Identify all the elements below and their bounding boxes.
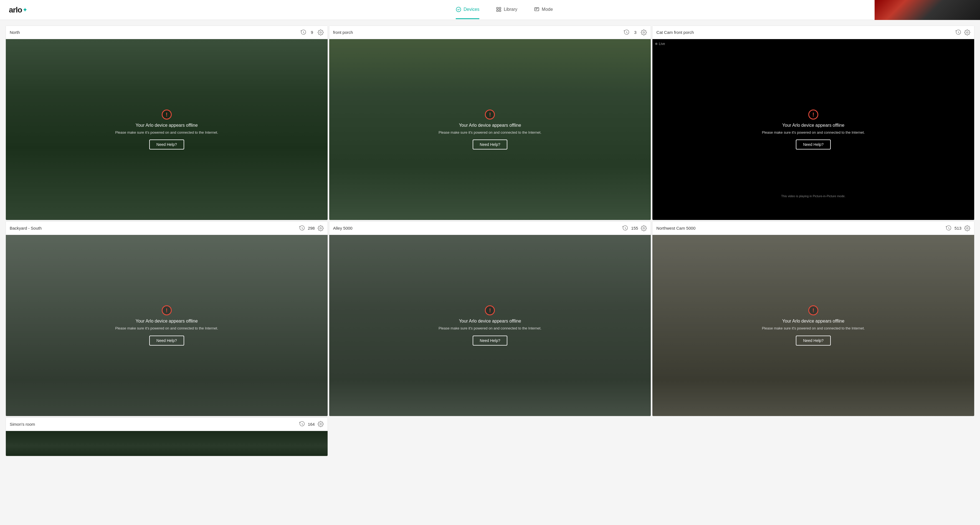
camera-feed-north[interactable]: !Your Arlo device appears offlinePlease … xyxy=(6,39,328,220)
main-content: North9!Your Arlo device appears offlineP… xyxy=(0,20,980,462)
camera-grid: North9!Your Arlo device appears offlineP… xyxy=(6,25,974,416)
nav-mode[interactable]: Mode xyxy=(534,0,553,19)
camera-feed-cat-cam[interactable]: Live!Your Arlo device appears offlinePle… xyxy=(652,39,974,220)
camera-actions-north: 9 xyxy=(301,29,324,35)
camera-header-north: North9 xyxy=(6,26,328,39)
offline-subtitle-north: Please make sure it's powered on and con… xyxy=(115,130,218,135)
nav-library-label: Library xyxy=(504,7,517,12)
camera-feed-northwest-5000[interactable]: !Your Arlo device appears offlinePlease … xyxy=(652,235,974,416)
camera-settings-btn-simons-room[interactable] xyxy=(318,421,324,427)
nav-items: Devices Library Mode xyxy=(44,0,964,19)
nav-library[interactable]: Library xyxy=(496,0,517,19)
camera-card-cat-cam: Cat Cam front porchLive!Your Arlo device… xyxy=(652,25,974,220)
need-help-btn-north[interactable]: Need Help? xyxy=(149,140,184,150)
history-icon-north[interactable] xyxy=(301,29,307,35)
camera-feed-backyard-south[interactable]: !Your Arlo device appears offlinePlease … xyxy=(6,235,328,416)
offline-overlay-north: !Your Arlo device appears offlinePlease … xyxy=(6,39,328,220)
camera-settings-btn-alley-5000[interactable] xyxy=(641,225,647,231)
clip-count-front-porch: 3 xyxy=(632,30,638,35)
history-icon-alley-5000[interactable] xyxy=(622,225,628,231)
camera-name-alley-5000: Alley 5000 xyxy=(333,226,622,231)
offline-icon-northwest-5000: ! xyxy=(808,305,818,315)
camera-actions-backyard-south: 298 xyxy=(299,225,324,231)
clip-count-northwest-5000: 513 xyxy=(955,226,961,231)
offline-icon-backyard-south: ! xyxy=(162,305,172,315)
offline-overlay-front-porch: !Your Arlo device appears offlinePlease … xyxy=(329,39,651,220)
offline-subtitle-alley-5000: Please make sure it's powered on and con… xyxy=(439,326,541,331)
grid-icon xyxy=(496,6,501,12)
camera-header-front-porch: front porch3 xyxy=(329,26,651,39)
history-icon-backyard-south[interactable] xyxy=(299,225,305,231)
history-icon-cat-cam[interactable] xyxy=(955,29,961,35)
camera-card-simons-room: Simon's room164 xyxy=(6,417,328,456)
pip-note-cat-cam: This video is playing in Picture-in-Pict… xyxy=(652,194,974,198)
camera-header-simons-room: Simon's room164 xyxy=(6,418,328,431)
need-help-btn-backyard-south[interactable]: Need Help? xyxy=(149,336,184,345)
need-help-btn-front-porch[interactable]: Need Help? xyxy=(473,140,508,150)
camera-settings-btn-cat-cam[interactable] xyxy=(964,29,970,35)
need-help-btn-cat-cam[interactable]: Need Help? xyxy=(796,140,831,150)
svg-point-18 xyxy=(643,228,645,229)
camera-actions-front-porch: 3 xyxy=(624,29,647,35)
offline-overlay-northwest-5000: !Your Arlo device appears offlinePlease … xyxy=(652,235,974,416)
history-icon-simons-room[interactable] xyxy=(299,421,305,427)
camera-actions-alley-5000: 155 xyxy=(622,225,647,231)
camera-card-north: North9!Your Arlo device appears offlineP… xyxy=(6,25,328,220)
history-icon-front-porch[interactable] xyxy=(624,29,630,35)
svg-rect-3 xyxy=(497,10,498,12)
offline-icon-alley-5000: ! xyxy=(485,305,495,315)
offline-subtitle-backyard-south: Please make sure it's powered on and con… xyxy=(115,326,218,331)
camera-actions-simons-room: 164 xyxy=(299,421,324,427)
camera-feed-front-porch[interactable]: !Your Arlo device appears offlinePlease … xyxy=(329,39,651,220)
camera-header-northwest-5000: Northwest Cam 5000513 xyxy=(652,221,974,235)
offline-title-front-porch: Your Arlo device appears offline xyxy=(459,123,521,128)
offline-overlay-backyard-south: !Your Arlo device appears offlinePlease … xyxy=(6,235,328,416)
offline-title-north: Your Arlo device appears offline xyxy=(136,123,198,128)
need-help-btn-northwest-5000[interactable]: Need Help? xyxy=(796,336,831,345)
camera-feed-alley-5000[interactable]: !Your Arlo device appears offlinePlease … xyxy=(329,235,651,416)
offline-title-backyard-south: Your Arlo device appears offline xyxy=(136,319,198,324)
pip-overlay xyxy=(875,0,980,20)
offline-subtitle-cat-cam: Please make sure it's powered on and con… xyxy=(762,130,865,135)
circle-check-icon xyxy=(456,6,461,12)
offline-icon-north: ! xyxy=(162,110,172,119)
camera-name-front-porch: front porch xyxy=(333,30,624,35)
offline-title-northwest-5000: Your Arlo device appears offline xyxy=(782,319,844,324)
camera-header-backyard-south: Backyard - South298 xyxy=(6,221,328,235)
history-icon-northwest-5000[interactable] xyxy=(946,225,952,231)
svg-rect-1 xyxy=(497,8,498,9)
camera-settings-btn-backyard-south[interactable] xyxy=(318,225,324,231)
camera-header-cat-cam: Cat Cam front porch xyxy=(652,26,974,39)
clip-count-alley-5000: 155 xyxy=(631,226,638,231)
clip-count-north: 9 xyxy=(309,30,315,35)
camera-name-backyard-south: Backyard - South xyxy=(10,226,299,231)
logo-icon: ✦ xyxy=(22,6,27,14)
nav-devices-label: Devices xyxy=(463,7,479,12)
offline-overlay-cat-cam: !Your Arlo device appears offlinePlease … xyxy=(652,39,974,220)
nav-devices[interactable]: Devices xyxy=(456,0,479,19)
camera-actions-cat-cam xyxy=(955,29,970,35)
logo-text: arlo xyxy=(9,6,22,14)
camera-settings-btn-northwest-5000[interactable] xyxy=(964,225,970,231)
camera-feed-simons-room[interactable] xyxy=(6,431,328,456)
svg-point-20 xyxy=(966,228,968,229)
camera-name-north: North xyxy=(10,30,301,35)
camera-name-northwest-5000: Northwest Cam 5000 xyxy=(656,226,946,231)
camera-card-alley-5000: Alley 5000155!Your Arlo device appears o… xyxy=(329,221,651,416)
camera-settings-btn-front-porch[interactable] xyxy=(641,29,647,35)
camera-settings-btn-north[interactable] xyxy=(318,29,324,35)
svg-point-22 xyxy=(320,423,321,425)
offline-overlay-alley-5000: !Your Arlo device appears offlinePlease … xyxy=(329,235,651,416)
camera-card-front-porch: front porch3!Your Arlo device appears of… xyxy=(329,25,651,220)
camera-actions-northwest-5000: 513 xyxy=(946,225,970,231)
offline-subtitle-northwest-5000: Please make sure it's powered on and con… xyxy=(762,326,865,331)
svg-rect-4 xyxy=(499,10,501,12)
navbar: arlo ✦ Devices Library xyxy=(0,0,980,20)
camera-card-northwest-5000: Northwest Cam 5000513!Your Arlo device a… xyxy=(652,221,974,416)
offline-title-alley-5000: Your Arlo device appears offline xyxy=(459,319,521,324)
camera-header-alley-5000: Alley 5000155 xyxy=(329,221,651,235)
offline-subtitle-front-porch: Please make sure it's powered on and con… xyxy=(439,130,541,135)
mode-icon xyxy=(534,6,539,12)
need-help-btn-alley-5000[interactable]: Need Help? xyxy=(473,336,508,345)
svg-point-14 xyxy=(966,32,968,33)
